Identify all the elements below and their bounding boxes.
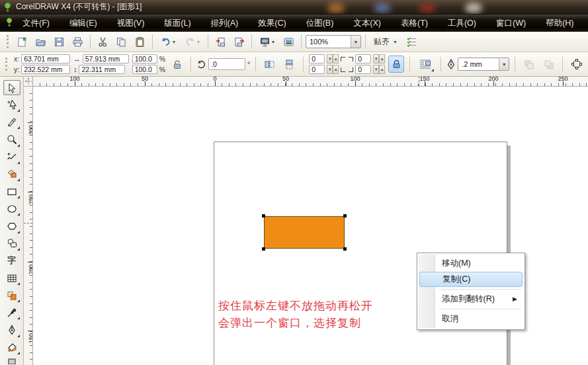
snap-dropdown-arrow[interactable]: ▼	[393, 40, 398, 44]
application-launcher-button[interactable]: ▼	[256, 34, 278, 50]
menu-effects[interactable]: 效果(C)	[258, 18, 286, 29]
menu-window[interactable]: 窗口(W)	[496, 18, 526, 29]
redo-button[interactable]: ▼	[181, 34, 204, 50]
pick-tool[interactable]	[3, 80, 21, 95]
selection-handle-bl[interactable]	[262, 247, 265, 251]
print-button[interactable]	[69, 34, 86, 50]
context-menu-item-copy[interactable]: 复制(C)	[419, 272, 523, 287]
object-height-field[interactable]: 22.311 mm	[79, 65, 125, 74]
propbar-grip[interactable]	[5, 58, 8, 71]
crop-tool[interactable]	[3, 114, 21, 130]
corner-radius-tl-field[interactable]: 0	[309, 54, 325, 63]
scale-horizontal-field[interactable]: 100.0	[132, 54, 157, 63]
corner-radius-br-field[interactable]: 0	[355, 65, 371, 74]
mirror-vertical-button[interactable]	[281, 56, 298, 73]
selection-handle-tl[interactable]	[262, 214, 265, 218]
corner-tr-spinner[interactable]: ▼▲	[373, 54, 385, 63]
round-corners-together-button[interactable]	[388, 56, 404, 73]
import-button[interactable]	[212, 34, 229, 50]
menu-table[interactable]: 表格(T)	[401, 18, 428, 29]
paste-button[interactable]	[132, 34, 148, 50]
ellipse-tool[interactable]	[3, 201, 21, 216]
selection-handle-tr[interactable]	[343, 214, 347, 218]
canvas[interactable]: 按住鼠标左键不放拖动再松开 会弹出一个窗口，选择复制 移动(M) 复制(C) 添…	[33, 87, 588, 365]
y-position-field[interactable]: 232.522 mm	[21, 65, 70, 74]
welcome-screen-button[interactable]	[280, 34, 297, 50]
cut-button[interactable]	[95, 34, 111, 50]
menu-edit[interactable]: 编辑(E)	[69, 18, 97, 29]
menu-view[interactable]: 视图(V)	[117, 18, 145, 29]
outline-width-combobox[interactable]: .2 mm ▼	[458, 58, 509, 71]
table-tool[interactable]	[3, 270, 21, 286]
standard-toolbar: ▼ ▼ ▼ 100% ▼ 贴齐 ▼	[0, 32, 588, 52]
text-wrap-button[interactable]	[415, 56, 435, 73]
fill-tool[interactable]	[3, 340, 21, 355]
context-menu-item-cancel[interactable]: 取消	[419, 311, 523, 327]
corner-radius-bl-field[interactable]: 0	[309, 65, 325, 74]
menu-tools[interactable]: 工具(O)	[448, 18, 476, 29]
flyout-indicator	[17, 126, 20, 129]
rectangle-tool[interactable]	[3, 184, 21, 199]
scale-h-percent-label: %	[159, 55, 165, 63]
rotation-angle-field[interactable]: .0	[208, 58, 245, 70]
basic-shapes-tool[interactable]	[3, 236, 21, 251]
y-position-label: y:	[14, 65, 19, 73]
corner-br-spinner[interactable]: ▼▲	[373, 65, 385, 74]
launcher-dropdown-arrow[interactable]: ▼	[271, 40, 276, 44]
snap-to-button[interactable]: 贴齐 ▼	[370, 34, 401, 50]
toolbar-grip[interactable]	[7, 35, 9, 48]
corner-radius-tr-field[interactable]: 0	[355, 54, 371, 63]
polygon-tool[interactable]	[3, 219, 21, 234]
outline-width-value: .2 mm	[458, 60, 485, 68]
zoom-tool[interactable]	[3, 132, 21, 147]
menu-bitmaps[interactable]: 位图(B)	[306, 18, 334, 29]
mirror-horizontal-button[interactable]	[261, 56, 278, 73]
copy-button[interactable]	[113, 34, 130, 50]
eyedropper-tool[interactable]	[3, 305, 21, 320]
vertical-ruler[interactable]	[24, 87, 33, 365]
redo-dropdown-arrow[interactable]: ▼	[196, 40, 201, 44]
convert-to-curves-button[interactable]	[568, 56, 585, 73]
save-button[interactable]	[51, 34, 67, 50]
menu-help[interactable]: 帮助(H)	[546, 18, 573, 29]
selected-rectangle[interactable]	[264, 216, 345, 249]
shape-tool[interactable]	[3, 97, 21, 112]
text-tool[interactable]: 字	[3, 253, 21, 268]
undo-dropdown-arrow[interactable]: ▼	[172, 40, 177, 44]
undo-button[interactable]: ▼	[157, 34, 179, 50]
menu-text[interactable]: 文本(X)	[353, 18, 381, 29]
x-position-field[interactable]: 63.701 mm	[21, 54, 70, 63]
new-document-button[interactable]	[14, 34, 30, 50]
menu-layout[interactable]: 版面(L)	[164, 18, 190, 29]
export-button[interactable]	[231, 34, 247, 50]
outline-pen-tool[interactable]	[3, 323, 21, 338]
ruler-origin-button[interactable]	[24, 77, 33, 87]
corner-bl-spinner[interactable]: ▼▲	[327, 65, 339, 74]
context-menu-item-add-to-rollover[interactable]: 添加到翻转(R) ▶	[419, 292, 523, 307]
zoom-level-combobox[interactable]: 100% ▼	[306, 35, 361, 48]
object-width-field[interactable]: 57.913 mm	[83, 54, 129, 63]
annotation-text: 按住鼠标左键不放拖动再松开 会弹出一个窗口，选择复制	[218, 298, 373, 332]
open-button[interactable]	[32, 34, 49, 50]
interactive-fill-tool[interactable]	[3, 357, 21, 365]
to-back-of-layer-button[interactable]	[540, 56, 557, 73]
corner-tl-spinner[interactable]: ▼▲	[327, 54, 339, 63]
flyout-indicator	[17, 335, 20, 337]
blend-tool[interactable]	[3, 288, 21, 303]
zoom-dropdown-arrow[interactable]: ▼	[351, 36, 360, 48]
horizontal-ruler[interactable]	[33, 77, 588, 87]
options-button[interactable]	[403, 34, 420, 50]
freehand-tool[interactable]	[3, 149, 21, 165]
menu-arrange[interactable]: 排列(A)	[211, 18, 239, 29]
scale-lock-button[interactable]	[169, 56, 185, 73]
flyout-indicator	[17, 282, 20, 285]
selection-handle-br[interactable]	[343, 247, 347, 251]
context-menu-item-move[interactable]: 移动(M)	[419, 256, 523, 271]
smart-fill-tool[interactable]	[3, 167, 21, 182]
menu-file[interactable]: 文件(F)	[22, 18, 50, 29]
to-front-of-layer-button[interactable]	[521, 56, 537, 73]
scale-vertical-field[interactable]: 100.0	[132, 65, 157, 74]
snap-to-label: 贴齐	[374, 36, 390, 48]
propbar-separator	[255, 57, 256, 71]
outline-width-dropdown-arrow[interactable]: ▼	[499, 58, 509, 70]
